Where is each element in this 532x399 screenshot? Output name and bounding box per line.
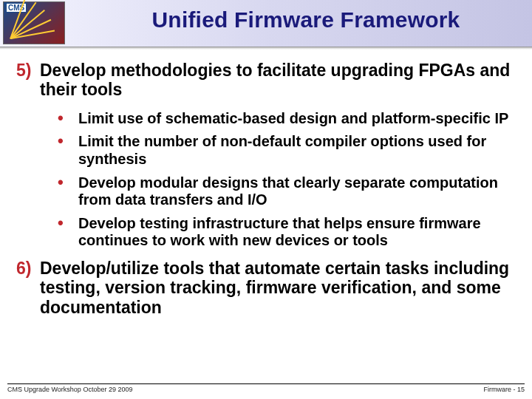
- list-marker-6: 6): [16, 259, 40, 279]
- bullet-icon: •: [58, 133, 78, 149]
- title-bar: CMS Unified Firmware Framework: [0, 0, 532, 47]
- content: 5) Develop methodologies to facilitate u…: [0, 47, 532, 317]
- footer-left: CMS Upgrade Workshop October 29 2009: [7, 386, 132, 393]
- bullet-icon: •: [58, 110, 78, 126]
- footer-right-label: Firmware -: [483, 386, 515, 393]
- list-item-6: 6) Develop/utilize tools that automate c…: [16, 259, 516, 317]
- list-marker-5: 5): [16, 61, 40, 81]
- bullet-icon: •: [58, 174, 78, 191]
- bullet-text: Limit the number of non-default compiler…: [78, 133, 516, 168]
- bullet-text: Limit use of schematic-based design and …: [78, 110, 508, 128]
- cms-logo-rays: [11, 10, 55, 39]
- list-text-5: Develop methodologies to facilitate upgr…: [40, 61, 516, 100]
- list-text-6: Develop/utilize tools that automate cert…: [40, 259, 516, 317]
- page-title: Unified Firmware Framework: [89, 7, 523, 33]
- footer-page-number: 15: [517, 386, 525, 393]
- list-item: • Develop testing infrastructure that he…: [58, 215, 516, 250]
- list-item-5: 5) Develop methodologies to facilitate u…: [16, 61, 516, 100]
- bullet-text: Develop modular designs that clearly sep…: [78, 174, 516, 209]
- list-item: • Develop modular designs that clearly s…: [58, 174, 516, 209]
- cms-logo: CMS: [3, 1, 65, 44]
- bullet-text: Develop testing infrastructure that help…: [78, 215, 516, 250]
- footer-right: Firmware - 15: [483, 386, 525, 393]
- list-item: • Limit use of schematic-based design an…: [58, 110, 516, 128]
- footer: CMS Upgrade Workshop October 29 2009 Fir…: [7, 383, 525, 393]
- bullet-icon: •: [58, 215, 78, 231]
- sub-bullet-list: • Limit use of schematic-based design an…: [58, 110, 516, 250]
- slide: CMS Unified Firmware Framework 5) Develo…: [0, 0, 532, 399]
- list-item: • Limit the number of non-default compil…: [58, 133, 516, 168]
